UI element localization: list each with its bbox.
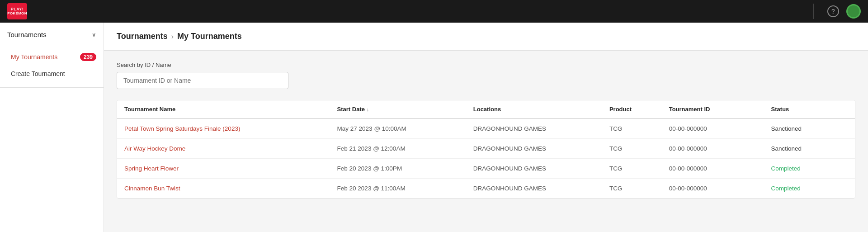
tournament-status: Completed	[771, 185, 848, 192]
tournament-name-link[interactable]: Air Way Hockey Dome	[124, 145, 337, 152]
sidebar-item-my-tournaments[interactable]: My Tournaments 239	[0, 48, 104, 66]
table-row: Petal Town Spring Saturdays Finale (2023…	[117, 119, 855, 139]
tournament-name-link[interactable]: Cinnamon Bun Twist	[124, 185, 337, 192]
tournament-id: 00-00-000000	[669, 185, 771, 192]
tournament-location: DRAGONHOUND GAMES	[473, 185, 609, 192]
th-start-date: Start Date ↓	[337, 106, 473, 113]
tournament-id: 00-00-000000	[669, 165, 771, 172]
nav-divider	[813, 4, 814, 19]
sidebar-section-label: Tournaments	[7, 31, 47, 38]
app-body: Tournaments ∨ My Tournaments 239 Create …	[0, 23, 868, 232]
sidebar: Tournaments ∨ My Tournaments 239 Create …	[0, 23, 104, 232]
tournament-product: TCG	[609, 125, 669, 132]
search-input[interactable]	[117, 72, 288, 89]
th-tournament-id: Tournament ID	[669, 106, 771, 113]
nav-icons: ?	[827, 4, 861, 19]
logo[interactable]: PLAY! POKÉMON	[7, 3, 27, 19]
sidebar-item-create-tournament[interactable]: Create Tournament	[0, 66, 104, 82]
breadcrumb-current: My Tournaments	[177, 32, 242, 41]
tournament-location: DRAGONHOUND GAMES	[473, 145, 609, 152]
th-tournament-name: Tournament Name	[124, 106, 337, 113]
tournament-status: Completed	[771, 165, 848, 172]
tournament-name-link[interactable]: Petal Town Spring Saturdays Finale (2023…	[124, 125, 337, 132]
tournament-start-date: Feb 20 2023 @ 11:00AM	[337, 185, 473, 192]
pokemon-logo: PLAY! POKÉMON	[7, 3, 27, 19]
main-content: Tournaments › My Tournaments Search by I…	[104, 23, 868, 232]
th-product: Product	[609, 106, 669, 113]
table-header: Tournament Name Start Date ↓ Locations P…	[117, 100, 855, 119]
tournament-status: Sanctioned	[771, 125, 848, 132]
table-row: Spring Heart Flower Feb 20 2023 @ 1:00PM…	[117, 159, 855, 179]
table-row: Cinnamon Bun Twist Feb 20 2023 @ 11:00AM…	[117, 179, 855, 198]
avatar-image	[848, 5, 859, 17]
tournament-product: TCG	[609, 185, 669, 192]
breadcrumb-parent: Tournaments	[117, 32, 168, 41]
sort-arrow-icon: ↓	[367, 107, 369, 112]
tournament-id: 00-00-000000	[669, 125, 771, 132]
table-row: Air Way Hockey Dome Feb 21 2023 @ 12:00A…	[117, 139, 855, 159]
content-area: Search by ID / Name Tournament Name Star…	[104, 51, 868, 209]
search-section: Search by ID / Name	[117, 62, 855, 89]
help-icon[interactable]: ?	[827, 5, 839, 17]
avatar[interactable]	[846, 4, 861, 19]
tournament-start-date: Feb 21 2023 @ 12:00AM	[337, 145, 473, 152]
breadcrumb-separator: ›	[171, 33, 174, 41]
th-status: Status	[771, 106, 848, 113]
sidebar-nav-label: Create Tournament	[11, 70, 65, 77]
tournament-start-date: Feb 20 2023 @ 1:00PM	[337, 165, 473, 172]
table-body: Petal Town Spring Saturdays Finale (2023…	[117, 119, 855, 198]
tournament-name-link[interactable]: Spring Heart Flower	[124, 165, 337, 172]
tournaments-table: Tournament Name Start Date ↓ Locations P…	[117, 100, 855, 199]
tournament-product: TCG	[609, 165, 669, 172]
my-tournaments-badge: 239	[80, 53, 96, 61]
breadcrumb-bar: Tournaments › My Tournaments	[104, 23, 868, 51]
top-navigation: PLAY! POKÉMON ?	[0, 0, 868, 23]
tournament-id: 00-00-000000	[669, 145, 771, 152]
search-label: Search by ID / Name	[117, 62, 855, 68]
sidebar-tournaments-section: Tournaments ∨ My Tournaments 239 Create …	[0, 23, 104, 88]
sidebar-tournaments-toggle[interactable]: Tournaments ∨	[0, 23, 104, 47]
tournament-start-date: May 27 2023 @ 10:00AM	[337, 125, 473, 132]
tournament-status: Sanctioned	[771, 145, 848, 152]
tournament-product: TCG	[609, 145, 669, 152]
sidebar-nav-label: My Tournaments	[11, 53, 57, 61]
th-locations: Locations	[473, 106, 609, 113]
tournament-location: DRAGONHOUND GAMES	[473, 165, 609, 172]
chevron-down-icon: ∨	[92, 31, 96, 38]
sidebar-nav: My Tournaments 239 Create Tournament	[0, 47, 104, 87]
tournament-location: DRAGONHOUND GAMES	[473, 125, 609, 132]
